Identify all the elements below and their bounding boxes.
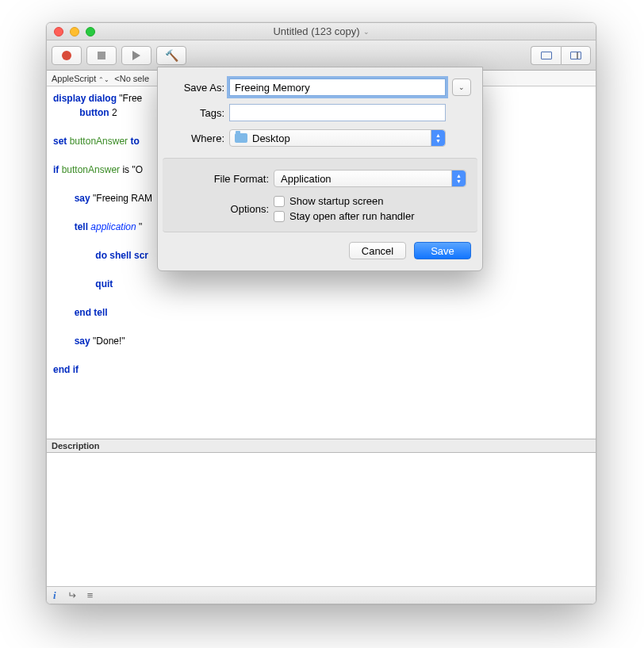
- info-icon[interactable]: i: [53, 589, 56, 602]
- show-startup-screen-option[interactable]: Show startup screen: [274, 195, 415, 207]
- save-as-label: Save As:: [169, 82, 224, 94]
- save-button[interactable]: Save: [414, 242, 471, 259]
- cancel-button[interactable]: Cancel: [349, 242, 406, 259]
- view-normal-button[interactable]: [531, 46, 561, 65]
- file-format-value: Application: [281, 173, 332, 185]
- log-icon[interactable]: ≡: [87, 589, 92, 601]
- statusbar: i ↵ ≡: [47, 586, 596, 604]
- checkbox-icon: [274, 211, 285, 222]
- description-area[interactable]: [47, 453, 596, 586]
- chevron-down-icon: ⌄: [458, 83, 465, 91]
- save-as-input[interactable]: [229, 79, 446, 96]
- checkbox-icon: [274, 196, 285, 207]
- where-value: Desktop: [252, 132, 290, 144]
- description-header: Description: [47, 439, 596, 453]
- tags-label: Tags:: [169, 107, 224, 119]
- selection-popup[interactable]: <No sele: [114, 74, 149, 83]
- stay-open-option[interactable]: Stay open after run handler: [274, 210, 415, 222]
- save-dialog: Save As: ⌄ Tags: Where: Desktop ▲▼ File …: [157, 67, 483, 271]
- window-title: Untitled (123 copy): [273, 25, 359, 37]
- select-arrows-icon: ▲▼: [451, 171, 466, 186]
- stop-button[interactable]: [86, 46, 117, 65]
- run-button[interactable]: [121, 46, 151, 65]
- title-dropdown-icon[interactable]: ⌄: [363, 28, 370, 36]
- view-normal-icon: [541, 52, 552, 59]
- stop-icon: [98, 52, 105, 59]
- file-format-label: File Format:: [174, 173, 269, 185]
- select-arrows-icon: ▲▼: [431, 130, 445, 146]
- where-select[interactable]: Desktop ▲▼: [229, 129, 446, 147]
- result-icon[interactable]: ↵: [67, 589, 76, 601]
- tags-input[interactable]: [229, 104, 446, 121]
- where-label: Where:: [169, 132, 224, 144]
- titlebar[interactable]: Untitled (123 copy) ⌄: [47, 23, 596, 40]
- language-popup[interactable]: AppleScript ⌃⌄: [52, 74, 109, 83]
- file-format-select[interactable]: Application ▲▼: [274, 170, 466, 187]
- expand-save-panel-button[interactable]: ⌄: [452, 79, 471, 96]
- view-split-button[interactable]: [561, 46, 591, 65]
- view-split-icon: [570, 52, 581, 59]
- folder-icon: [235, 133, 247, 143]
- compile-button[interactable]: 🔨: [156, 46, 186, 65]
- options-label: Options:: [174, 203, 269, 215]
- play-icon: [132, 51, 140, 60]
- hammer-icon: 🔨: [165, 49, 178, 62]
- record-icon: [62, 51, 71, 60]
- record-button[interactable]: [52, 46, 82, 65]
